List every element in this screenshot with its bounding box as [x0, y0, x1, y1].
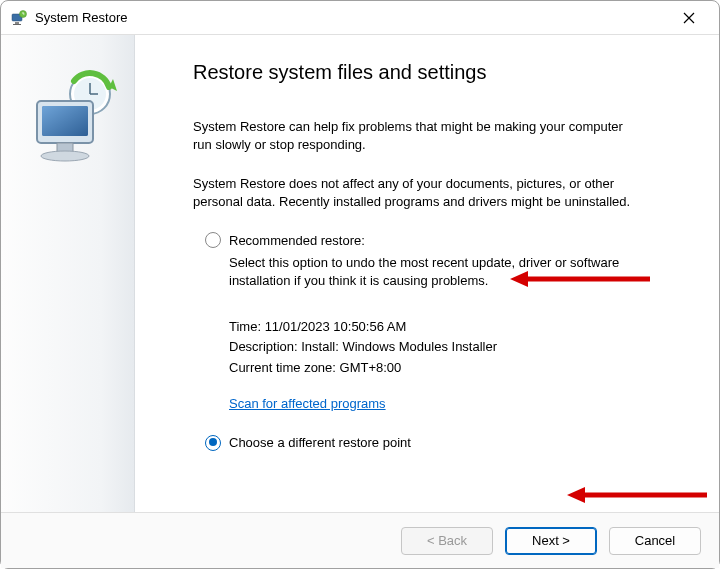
- restore-large-icon: [27, 69, 119, 172]
- svg-marker-17: [567, 487, 585, 503]
- cancel-button[interactable]: Cancel: [609, 527, 701, 555]
- svg-rect-2: [13, 24, 21, 25]
- sidebar-image-panel: [1, 35, 135, 512]
- svg-point-13: [41, 151, 89, 161]
- app-icon: [11, 10, 27, 26]
- detail-description: Description: Install: Windows Modules In…: [229, 337, 679, 357]
- content-panel: Restore system files and settings System…: [135, 35, 719, 512]
- radio-icon: [205, 435, 221, 451]
- radio-icon: [205, 232, 221, 248]
- scan-affected-programs-link[interactable]: Scan for affected programs: [229, 396, 386, 411]
- annotation-arrow-icon: [567, 485, 707, 505]
- svg-rect-11: [42, 106, 88, 136]
- back-button: < Back: [401, 527, 493, 555]
- radio-option-recommended[interactable]: Recommended restore:: [205, 232, 679, 248]
- svg-rect-1: [15, 22, 19, 24]
- close-button[interactable]: [669, 6, 709, 30]
- page-heading: Restore system files and settings: [193, 61, 679, 84]
- intro-paragraph-2: System Restore does not affect any of yo…: [193, 175, 633, 210]
- window-title: System Restore: [35, 10, 127, 25]
- titlebar: System Restore: [1, 1, 719, 35]
- intro-paragraph-1: System Restore can help fix problems tha…: [193, 118, 633, 153]
- restore-point-details: Time: 11/01/2023 10:50:56 AM Description…: [229, 317, 679, 377]
- radio-label-different: Choose a different restore point: [229, 435, 411, 450]
- detail-time: Time: 11/01/2023 10:50:56 AM: [229, 317, 679, 337]
- system-restore-window: System Restore: [0, 0, 720, 569]
- restore-options-radiogroup: Recommended restore: Select this option …: [205, 232, 679, 451]
- radio-option-different[interactable]: Choose a different restore point: [205, 435, 679, 451]
- dialog-body: Restore system files and settings System…: [1, 35, 719, 512]
- recommended-description: Select this option to undo the most rece…: [229, 254, 629, 289]
- radio-label-recommended: Recommended restore:: [229, 233, 365, 248]
- next-button[interactable]: Next >: [505, 527, 597, 555]
- button-footer: < Back Next > Cancel: [1, 512, 719, 568]
- detail-timezone: Current time zone: GMT+8:00: [229, 358, 679, 378]
